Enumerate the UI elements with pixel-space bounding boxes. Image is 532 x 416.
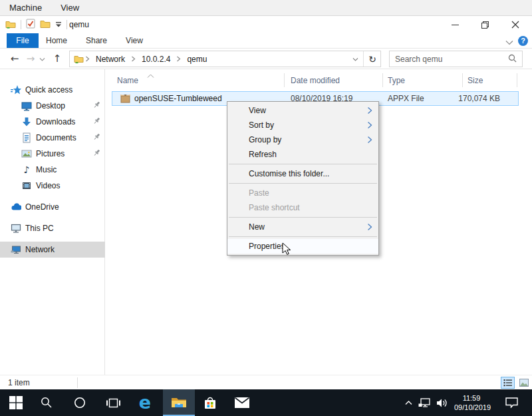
mail-button[interactable] — [229, 389, 255, 416]
task-view-icon — [106, 397, 120, 409]
edge-icon: e — [139, 389, 151, 416]
sidebar-item-videos[interactable]: Videos — [0, 178, 105, 194]
menu-item-refresh[interactable]: Refresh — [227, 147, 378, 162]
large-icons-view-icon — [519, 379, 529, 387]
downloads-icon — [21, 116, 32, 127]
vm-menu-view[interactable]: View — [51, 0, 88, 16]
videos-icon — [21, 180, 32, 191]
edge-button[interactable]: e — [132, 389, 158, 416]
window-title: qemu — [69, 20, 89, 29]
item-count: 1 item — [8, 378, 30, 387]
expand-ribbon-icon[interactable] — [505, 38, 513, 47]
context-menu: View Sort by Group by Refresh Customise … — [227, 101, 379, 256]
restore-button[interactable] — [474, 16, 495, 33]
column-divider[interactable] — [517, 73, 517, 87]
qat-separator — [21, 20, 21, 29]
pin-icon — [94, 117, 101, 127]
new-folder-icon[interactable] — [40, 19, 51, 31]
store-button[interactable] — [197, 389, 223, 416]
column-header-size[interactable]: Size — [467, 72, 483, 89]
address-box[interactable]: Network 10.0.2.4 qemu ↻ — [69, 51, 381, 67]
menu-item-new[interactable]: New — [227, 220, 378, 234]
help-button[interactable]: ? — [518, 36, 528, 46]
breadcrumb-chevron-icon[interactable] — [130, 56, 137, 62]
sidebar-item-music[interactable]: ♪ Music — [0, 162, 105, 178]
menu-item-group-by[interactable]: Group by — [227, 132, 378, 147]
menu-item-sort-by[interactable]: Sort by — [227, 118, 378, 132]
onedrive-cloud-icon — [11, 202, 21, 212]
menu-separator — [227, 162, 378, 166]
desktop-icon — [21, 101, 32, 111]
sidebar-item-quick-access[interactable]: Quick access — [0, 82, 105, 98]
details-view-button[interactable] — [501, 377, 515, 389]
menu-item-customise-folder[interactable]: Customise this folder... — [227, 166, 378, 181]
minimize-button[interactable] — [444, 16, 466, 33]
search-box — [389, 51, 523, 67]
tab-home[interactable]: Home — [41, 33, 72, 48]
column-divider[interactable] — [462, 73, 463, 87]
sidebar-item-desktop[interactable]: Desktop — [0, 98, 105, 114]
sidebar-item-this-pc[interactable]: This PC — [0, 220, 105, 236]
sidebar-item-onedrive[interactable]: OneDrive — [0, 199, 105, 215]
screen: Machine View qemu — [0, 0, 532, 416]
back-button[interactable]: ← — [7, 51, 23, 67]
cortana-button[interactable] — [66, 389, 93, 416]
action-center-icon — [505, 397, 518, 408]
qat-customize-icon[interactable] — [55, 20, 62, 29]
action-center-button[interactable] — [500, 389, 523, 416]
taskbar: e 11:59 09/10/2019 — [0, 389, 532, 416]
column-header-date-modified[interactable]: Date modified — [291, 72, 340, 89]
sidebar-item-downloads[interactable]: Downloads — [0, 114, 105, 130]
clock-time: 11:59 — [454, 393, 489, 403]
recent-locations-icon[interactable] — [37, 51, 47, 67]
large-icons-view-button[interactable] — [517, 377, 531, 389]
column-divider[interactable] — [382, 73, 383, 87]
start-button[interactable] — [3, 389, 29, 416]
close-button[interactable] — [505, 16, 526, 33]
pin-icon — [94, 149, 101, 159]
file-explorer-button[interactable] — [163, 389, 195, 416]
tray-volume-button[interactable] — [434, 389, 451, 416]
taskbar-search-button[interactable] — [33, 389, 60, 416]
sidebar-item-pictures[interactable]: Pictures — [0, 146, 105, 162]
store-icon — [203, 396, 217, 409]
this-pc-icon — [11, 223, 21, 234]
up-button[interactable]: ↑ — [49, 51, 65, 67]
vm-menu-machine[interactable]: Machine — [0, 0, 51, 16]
sidebar-item-network[interactable]: Network — [0, 242, 105, 258]
clock-date: 09/10/2019 — [454, 403, 489, 412]
windows-logo-icon — [9, 396, 23, 409]
breadcrumb-chevron-icon — [84, 56, 91, 62]
taskbar-clock[interactable]: 11:59 09/10/2019 — [454, 393, 489, 412]
tray-network-button[interactable] — [416, 389, 432, 416]
task-view-button[interactable] — [100, 389, 126, 416]
search-input[interactable] — [390, 55, 508, 64]
search-icon[interactable] — [508, 54, 522, 65]
tray-expand-button[interactable] — [401, 389, 416, 416]
chevron-up-icon — [405, 400, 412, 405]
properties-check-icon[interactable] — [26, 19, 35, 31]
menu-item-properties[interactable]: Properties — [227, 239, 378, 254]
search-icon — [41, 397, 53, 409]
sidebar-item-documents[interactable]: Documents — [0, 130, 105, 146]
breadcrumb-network[interactable]: Network — [91, 55, 130, 64]
tab-share[interactable]: Share — [81, 33, 112, 48]
details-view-icon — [503, 379, 513, 387]
menu-item-view[interactable]: View — [227, 103, 378, 118]
vm-menubar: Machine View — [0, 0, 532, 16]
address-bar: ← → ↑ Network 10.0.2.4 qemu ↻ — [0, 49, 532, 69]
breadcrumb-chevron-icon[interactable] — [175, 56, 182, 62]
breadcrumb-host[interactable]: 10.0.2.4 — [137, 55, 175, 64]
tab-file[interactable]: File — [7, 33, 39, 48]
address-dropdown-icon[interactable] — [348, 55, 362, 64]
network-status-icon — [418, 398, 430, 408]
column-divider[interactable] — [284, 73, 285, 87]
network-folder-icon — [5, 19, 16, 31]
pin-icon — [94, 101, 101, 111]
refresh-icon[interactable]: ↻ — [364, 54, 380, 65]
qat-separator — [66, 20, 67, 29]
column-header-type[interactable]: Type — [388, 72, 405, 89]
tab-view[interactable]: View — [120, 33, 149, 48]
breadcrumb-qemu[interactable]: qemu — [182, 55, 211, 64]
column-header-name[interactable]: Name — [117, 72, 138, 89]
